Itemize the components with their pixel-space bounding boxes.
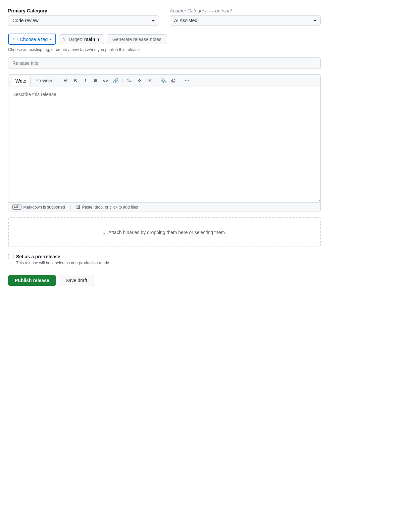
toolbar-divider-2 — [122, 77, 122, 84]
file-hint-text: Paste, drop, or click to add files — [82, 205, 138, 210]
primary-category-label: Primary Category — [8, 8, 159, 13]
primary-category-select[interactable]: Code review Bug fix Feature Documentatio… — [8, 15, 159, 26]
editor-container: Write Preview H B I ≡ <> 🔗 1≡ ⁘ ☑ 📎 @ ··… — [8, 74, 321, 212]
italic-button[interactable]: I — [81, 76, 90, 85]
code-button[interactable]: <> — [101, 76, 110, 85]
prerelease-section: Set as a pre-release This release will b… — [8, 254, 321, 265]
another-category-select[interactable]: AI Assisted None Security Performance UI… — [170, 15, 321, 26]
attach-arrow-icon: ↓ — [103, 229, 106, 236]
tag-hint: Choose an existing tag, or create a new … — [8, 47, 321, 52]
publish-release-button[interactable]: Publish release — [8, 275, 56, 286]
choose-tag-label: Choose a tag — [20, 37, 48, 42]
chevron-down-icon: ▾ — [50, 37, 51, 41]
editor-footer: MD Markdown is supported 🖼 Paste, drop, … — [8, 202, 320, 212]
category-row: Primary Category Code review Bug fix Fea… — [8, 8, 321, 26]
attach-button[interactable]: 📎 — [158, 76, 168, 85]
unordered-list-button[interactable]: ⁘ — [135, 76, 144, 85]
quote-button[interactable]: ≡ — [91, 76, 100, 85]
file-upload-hint[interactable]: 🖼 Paste, drop, or click to add files — [71, 205, 138, 210]
choose-tag-button[interactable]: 🏷 Choose a tag ▾ — [8, 34, 56, 45]
another-category-label: Another Category — optional — [170, 8, 321, 13]
tag-row: 🏷 Choose a tag ▾ ⑂ Target: main ▾ Genera… — [8, 34, 321, 45]
attach-text: Attach binaries by dropping them here or… — [108, 230, 226, 235]
bold-button[interactable]: B — [70, 76, 80, 85]
save-draft-button[interactable]: Save draft — [59, 275, 94, 286]
image-icon: 🖼 — [76, 205, 80, 210]
markdown-badge: MD — [12, 205, 21, 210]
target-chevron-icon: ▾ — [97, 37, 100, 42]
target-label: Target: — [68, 37, 82, 42]
toolbar-divider-1 — [58, 77, 58, 84]
write-tab[interactable]: Write — [11, 76, 31, 86]
prerelease-label[interactable]: Set as a pre-release — [8, 254, 321, 259]
primary-category-group: Primary Category Code review Bug fix Fea… — [8, 8, 159, 26]
prerelease-hint: This release will be labeled as non-prod… — [16, 261, 321, 265]
editor-toolbar: Write Preview H B I ≡ <> 🔗 1≡ ⁘ ☑ 📎 @ ··… — [8, 75, 320, 87]
prerelease-title: Set as a pre-release — [16, 254, 60, 259]
markdown-hint: Markdown is supported — [23, 205, 65, 210]
generate-notes-button[interactable]: Generate release notes — [107, 34, 167, 44]
attach-area[interactable]: ↓ Attach binaries by dropping them here … — [8, 217, 321, 247]
actions-row: Publish release Save draft — [8, 275, 321, 286]
markdown-support: MD Markdown is supported — [12, 205, 71, 210]
toolbar-divider-4 — [180, 77, 180, 84]
task-list-button[interactable]: ☑ — [145, 76, 154, 85]
release-title-input[interactable] — [8, 57, 321, 69]
mention-button[interactable]: @ — [168, 76, 178, 85]
target-button[interactable]: ⑂ Target: main ▾ — [59, 34, 104, 44]
branch-icon: ⑂ — [63, 37, 66, 42]
prerelease-checkbox[interactable] — [8, 254, 13, 259]
toolbar-divider-3 — [156, 77, 156, 84]
target-value: main — [84, 37, 95, 42]
link-button[interactable]: 🔗 — [111, 76, 120, 85]
preview-tab[interactable]: Preview — [31, 76, 56, 85]
tag-icon: 🏷 — [13, 36, 18, 42]
description-textarea[interactable] — [8, 87, 320, 201]
ordered-list-button[interactable]: 1≡ — [124, 76, 134, 85]
more-button[interactable]: ··· — [182, 76, 192, 85]
another-category-group: Another Category — optional AI Assisted … — [170, 8, 321, 26]
heading-button[interactable]: H — [60, 76, 70, 85]
